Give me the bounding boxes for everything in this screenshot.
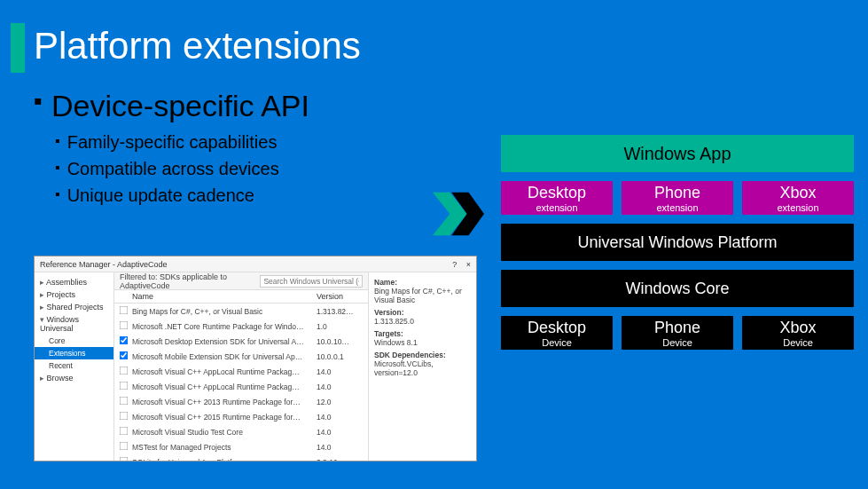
row-version: 10.0.0.1 [317, 352, 364, 361]
nav-core[interactable]: Core [35, 335, 113, 347]
bullet-item: Family-specific capabilities [67, 129, 278, 155]
col-name[interactable]: Name [132, 292, 317, 301]
bullet-item: Unique update cadence [67, 182, 254, 209]
col-version[interactable]: Version [317, 292, 364, 301]
row-checkbox[interactable] [120, 457, 129, 461]
row-version: 3.8.10 [317, 458, 364, 461]
nav-assemblies[interactable]: Assemblies [35, 276, 113, 288]
nav-projects[interactable]: Projects [35, 288, 113, 301]
row-version: 14.0 [317, 413, 364, 422]
row-name: Microsoft Visual Studio Test Core [132, 428, 317, 437]
row-version: 10.0.10… [317, 337, 364, 346]
row-name: Microsoft Visual C++ 2015 Runtime Packag… [132, 413, 317, 422]
uwp-box: Universal Windows Platform [501, 224, 854, 261]
row-name: Microsoft Visual C++ AppLocal Runtime Pa… [132, 367, 317, 376]
dev-phone-box: PhoneDevice [622, 316, 733, 350]
row-name: Microsoft .NET Core Runtime Package for … [132, 322, 317, 331]
dev-desktop-box: DesktopDevice [501, 316, 613, 350]
row-checkbox[interactable] [120, 306, 129, 315]
ext-xbox-box: Xboxextension [742, 181, 854, 215]
table-row[interactable]: Microsoft .NET Core Runtime Package for … [114, 319, 368, 334]
nav-winuniversal[interactable]: Windows Universal [35, 313, 113, 335]
table-row[interactable]: Microsoft Mobile Extension SDK for Unive… [114, 349, 368, 364]
row-version: 14.0 [317, 443, 364, 452]
bullet-item: Compatible across devices [67, 155, 279, 182]
help-icon[interactable]: ? [452, 260, 457, 269]
chevron-right-icon [433, 192, 484, 240]
ext-phone-box: Phoneextension [622, 181, 733, 215]
row-version: 12.0 [317, 398, 364, 406]
row-version: 14.0 [317, 383, 364, 391]
row-checkbox[interactable] [120, 382, 129, 390]
windows-app-box: Windows App [501, 135, 854, 172]
nav-shared[interactable]: Shared Projects [35, 301, 113, 313]
row-checkbox[interactable] [120, 397, 129, 406]
details-pane: Name: Bing Maps for C#, C++, or Visual B… [368, 272, 476, 461]
row-name: SQLite for Universal App Platform [132, 458, 317, 461]
row-name: Bing Maps for C#, C++, or Visual Basic [132, 307, 317, 316]
row-version: 14.0 [317, 367, 364, 376]
ext-desktop-box: Desktopextension [501, 181, 613, 215]
table-row[interactable]: Microsoft Visual C++ AppLocal Runtime Pa… [114, 364, 368, 379]
row-version: 14.0 [317, 428, 364, 437]
search-input[interactable] [260, 275, 363, 288]
slide-title: Platform extensions [34, 25, 361, 67]
subtitle-bullet: ▪ [34, 89, 43, 114]
dev-xbox-box: XboxDevice [742, 316, 854, 350]
table-row[interactable]: Microsoft Visual C++ 2013 Runtime Packag… [114, 394, 368, 409]
subtitle: Device-specific API [51, 89, 309, 123]
close-icon[interactable]: × [466, 260, 471, 269]
reference-manager-dialog: Reference Manager - AdaptiveCode ? × Ass… [34, 256, 477, 461]
row-checkbox[interactable] [120, 336, 129, 345]
nav-recent[interactable]: Recent [35, 359, 113, 372]
row-name: Microsoft Visual C++ 2013 Runtime Packag… [132, 398, 317, 406]
row-checkbox[interactable] [120, 321, 129, 330]
table-row[interactable]: Microsoft Visual Studio Test Core14.0 [114, 424, 368, 439]
row-version: 1.313.82… [317, 307, 364, 316]
row-version: 1.0 [317, 322, 364, 331]
row-checkbox[interactable] [120, 412, 129, 421]
platform-stack: Windows App Desktopextension Phoneextens… [501, 135, 854, 350]
row-checkbox[interactable] [120, 442, 129, 451]
row-name: Microsoft Visual C++ AppLocal Runtime Pa… [132, 383, 317, 391]
table-row[interactable]: MSTest for Managed Projects14.0 [114, 439, 368, 454]
nav-extensions[interactable]: Extensions [35, 347, 113, 359]
table-row[interactable]: Microsoft Visual C++ AppLocal Runtime Pa… [114, 379, 368, 394]
row-checkbox[interactable] [120, 367, 129, 375]
table-row[interactable]: Bing Maps for C#, C++, or Visual Basic1.… [114, 304, 368, 319]
nav-tree: Assemblies Projects Shared Projects Wind… [35, 272, 114, 461]
filter-label: Filtered to: SDKs applicable to Adaptive… [120, 272, 260, 290]
sdk-list: Bing Maps for C#, C++, or Visual Basic1.… [114, 304, 368, 461]
table-row[interactable]: Microsoft Visual C++ 2015 Runtime Packag… [114, 409, 368, 424]
row-name: Microsoft Mobile Extension SDK for Unive… [132, 352, 317, 361]
row-checkbox[interactable] [120, 351, 129, 360]
table-row[interactable]: Microsoft Desktop Extension SDK for Univ… [114, 334, 368, 349]
accent-square [11, 23, 25, 73]
row-name: Microsoft Desktop Extension SDK for Univ… [132, 337, 317, 346]
table-row[interactable]: SQLite for Universal App Platform3.8.10 [114, 454, 368, 461]
nav-browse[interactable]: Browse [35, 372, 113, 384]
row-checkbox[interactable] [120, 427, 129, 436]
dialog-title: Reference Manager - AdaptiveCode [40, 260, 168, 269]
row-name: MSTest for Managed Projects [132, 443, 317, 452]
windows-core-box: Windows Core [501, 270, 854, 307]
